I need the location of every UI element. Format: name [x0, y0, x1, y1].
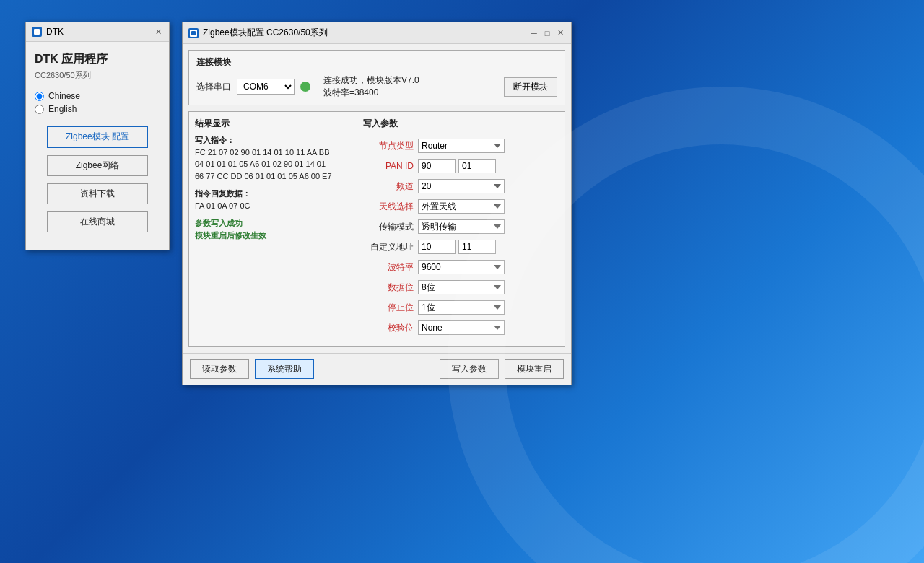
radio-chinese[interactable]: Chinese [35, 91, 160, 101]
download-button[interactable]: 资料下载 [47, 183, 148, 204]
pan-id-row: PAN ID [363, 159, 556, 173]
dtk-title-text: DTK [46, 27, 64, 37]
zigbee-minimize-button[interactable]: ─ [529, 28, 539, 38]
svg-rect-2 [191, 31, 196, 35]
dtk-icon-inner [34, 29, 40, 35]
connection-status-indicator [300, 82, 310, 92]
pan-id-label: PAN ID [363, 161, 414, 171]
stop-bits-label: 停止位 [363, 302, 414, 314]
parity-label: 校验位 [363, 322, 414, 334]
baud-rate-row: 波特率 9600 115200 38400 [363, 260, 556, 274]
data-bits-row: 数据位 8位 7位 [363, 280, 556, 294]
dtk-subtitle: CC2630/50系列 [35, 70, 160, 81]
zigbee-titlebar-left: Zigbee模块配置 CC2630/50系列 [188, 27, 328, 39]
zigbee-titlebar: Zigbee模块配置 CC2630/50系列 ─ □ ✕ [183, 22, 571, 44]
main-area: 结果显示 写入指令： FC 21 07 02 90 01 14 01 10 11… [188, 111, 565, 347]
zigbee-config-button[interactable]: Zigbee模块 配置 [47, 126, 148, 148]
system-help-button[interactable]: 系统帮助 [255, 359, 314, 379]
zigbee-title-text: Zigbee模块配置 CC2630/50系列 [203, 27, 328, 39]
connect-section: 连接模块 选择串口 COM6 连接成功，模块版本V7.0 波特率=38400 断… [188, 50, 565, 105]
pan-id-input1[interactable] [418, 159, 456, 173]
stop-bits-row: 停止位 1位 2位 [363, 300, 556, 315]
disconnect-button[interactable]: 断开模块 [504, 77, 557, 97]
parity-select[interactable]: None Odd Even [418, 320, 505, 335]
write-cmd-label: 写入指令： [195, 134, 348, 147]
parity-row: 校验位 None Odd Even [363, 320, 556, 335]
dtk-titlebar-controls: ─ ✕ [140, 27, 163, 37]
dtk-titlebar-left: DTK [32, 27, 64, 37]
custom-addr-input2[interactable] [458, 240, 496, 254]
dtk-minimize-button[interactable]: ─ [140, 27, 150, 37]
node-type-row: 节点类型 Router Coordinator EndDevice [363, 139, 556, 153]
antenna-label: 天线选择 [363, 201, 414, 213]
zigbee-maximize-button[interactable]: □ [542, 28, 552, 38]
zigbee-close-button[interactable]: ✕ [555, 28, 565, 38]
baud-rate-label: 波特率 [363, 261, 414, 274]
channel-select[interactable]: 20 11 15 26 [418, 179, 505, 193]
zigbee-network-button[interactable]: Zigbee网络 [47, 155, 148, 176]
radio-english[interactable]: English [35, 104, 160, 114]
custom-addr-label: 自定义地址 [363, 241, 414, 253]
success-line2: 模块重启后修改生效 [195, 230, 348, 242]
node-type-select[interactable]: Router Coordinator EndDevice [418, 139, 505, 153]
baud-rate-select[interactable]: 9600 115200 38400 [418, 260, 505, 274]
dtk-close-button[interactable]: ✕ [153, 27, 163, 37]
bottom-bar: 读取参数 系统帮助 写入参数 模块重启 [183, 353, 571, 385]
connect-info-line2: 波特率=38400 [323, 87, 419, 99]
write-params-button[interactable]: 写入参数 [440, 359, 499, 379]
write-cmd-text: FC 21 07 02 90 01 14 01 10 11 AA BB04 01… [195, 147, 348, 183]
pan-id-input2[interactable] [458, 159, 496, 173]
radio-chinese-input[interactable] [35, 92, 44, 101]
port-label: 选择串口 [196, 81, 231, 93]
custom-addr-row: 自定义地址 [363, 240, 556, 254]
antenna-row: 天线选择 外置天线 内置天线 [363, 199, 556, 214]
custom-addr-input1[interactable] [418, 240, 456, 254]
connect-title: 连接模块 [196, 56, 557, 69]
success-line1: 参数写入成功 [195, 217, 348, 230]
data-bits-select[interactable]: 8位 7位 [418, 280, 505, 294]
connect-info: 连接成功，模块版本V7.0 波特率=38400 [323, 74, 419, 99]
transfer-mode-row: 传输模式 透明传输 API模式 [363, 219, 556, 234]
dtk-app-icon [32, 27, 42, 37]
transfer-mode-select[interactable]: 透明传输 API模式 [418, 219, 505, 234]
stop-bits-select[interactable]: 1位 2位 [418, 300, 505, 315]
custom-addr-inputs [418, 240, 496, 254]
dtk-app-title: DTK 应用程序 [35, 52, 160, 67]
reply-data-text: FA 01 0A 07 0C [195, 200, 348, 212]
bottom-buttons-right: 写入参数 模块重启 [440, 359, 564, 379]
radio-english-label: English [48, 104, 77, 114]
data-bits-label: 数据位 [363, 282, 414, 294]
result-title: 结果显示 [195, 118, 348, 130]
antenna-select[interactable]: 外置天线 内置天线 [418, 199, 505, 214]
zigbee-window: Zigbee模块配置 CC2630/50系列 ─ □ ✕ 连接模块 选择串口 C… [182, 22, 572, 385]
radio-english-input[interactable] [35, 105, 44, 114]
result-panel: 结果显示 写入指令： FC 21 07 02 90 01 14 01 10 11… [188, 111, 354, 347]
result-content: 写入指令： FC 21 07 02 90 01 14 01 10 11 AA B… [195, 134, 348, 241]
radio-chinese-label: Chinese [48, 91, 80, 101]
connect-row: 选择串口 COM6 连接成功，模块版本V7.0 波特率=38400 断开模块 [196, 74, 557, 99]
connect-info-line1: 连接成功，模块版本V7.0 [323, 74, 419, 87]
transfer-mode-label: 传输模式 [363, 221, 414, 233]
channel-label: 频道 [363, 180, 414, 193]
reboot-button[interactable]: 模块重启 [505, 359, 564, 379]
channel-row: 频道 20 11 15 26 [363, 179, 556, 193]
dtk-window: DTK ─ ✕ DTK 应用程序 CC2630/50系列 Chinese Eng… [25, 22, 170, 250]
dtk-body: DTK 应用程序 CC2630/50系列 Chinese English Zig… [26, 42, 169, 250]
zigbee-app-icon [188, 28, 199, 38]
node-type-label: 节点类型 [363, 140, 414, 152]
write-title: 写入参数 [363, 118, 556, 130]
language-radio-group: Chinese English [35, 91, 160, 114]
write-panel: 写入参数 节点类型 Router Coordinator EndDevice P… [354, 111, 565, 347]
read-params-button[interactable]: 读取参数 [190, 359, 249, 379]
port-select[interactable]: COM6 [237, 79, 295, 95]
zigbee-titlebar-controls: ─ □ ✕ [529, 28, 565, 38]
pan-id-inputs [418, 159, 496, 173]
dtk-titlebar: DTK ─ ✕ [26, 22, 169, 42]
reply-label: 指令回复数据： [195, 188, 348, 200]
online-shop-button[interactable]: 在线商城 [47, 211, 148, 232]
